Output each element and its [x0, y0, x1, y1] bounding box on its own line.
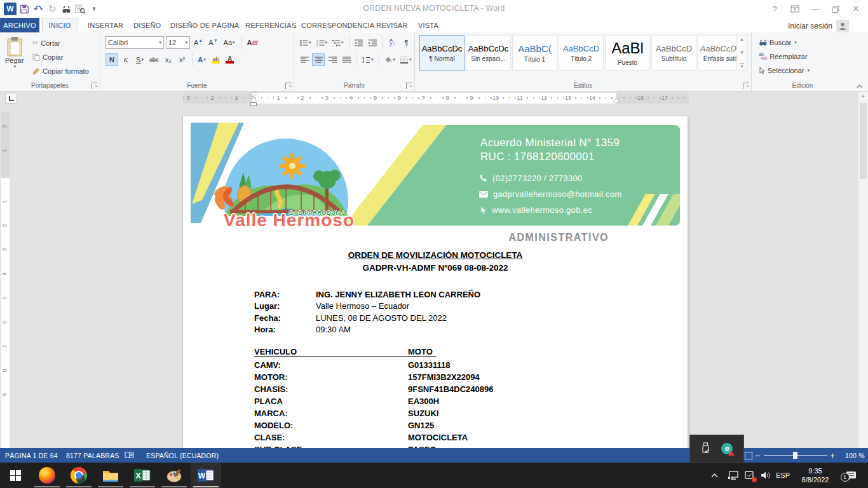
tray-language[interactable]: ESP [773, 463, 793, 488]
style-normal[interactable]: AaBbCcDc ¶ Normal [419, 35, 465, 71]
highlight-color-button[interactable]: ab [210, 53, 222, 66]
tab-vista[interactable]: VISTA [410, 18, 446, 32]
replace-button[interactable]: ab⇢ac Reemplazar [757, 50, 810, 63]
font-color-button[interactable]: A [224, 53, 236, 66]
bold-button[interactable]: N [105, 53, 118, 66]
styles-dialog-launcher[interactable]: ↘ [743, 83, 749, 89]
sign-in-label: Iniciar sesión [788, 22, 832, 30]
styles-scroll-down[interactable]: ▼ [740, 50, 744, 55]
chrome-taskbar-button[interactable] [64, 463, 94, 488]
tab-insertar[interactable]: INSERTAR [80, 18, 131, 32]
bullets-button[interactable]: ▾ [298, 36, 313, 49]
field-value: GN125 [408, 421, 434, 430]
text-effects-button[interactable]: A▾ [196, 53, 208, 66]
usb-device-icon[interactable] [701, 442, 710, 455]
collapse-ribbon-button[interactable] [857, 85, 863, 88]
clipboard-dialog-launcher[interactable]: ↘ [92, 83, 98, 89]
align-left-button[interactable] [298, 53, 311, 66]
web-layout-button[interactable] [745, 452, 752, 459]
line-spacing-button[interactable]: ▾ [360, 53, 376, 66]
zoom-level[interactable]: 100 % [845, 448, 865, 463]
superscript-button[interactable]: x² [176, 53, 189, 66]
justify-button[interactable] [340, 53, 353, 66]
align-right-button[interactable] [326, 53, 339, 66]
style-titulo-1[interactable]: AaBbC( Título 1 [512, 35, 557, 71]
zoom-out-button[interactable]: − [755, 448, 760, 463]
copy-button[interactable]: Copiar [31, 50, 65, 64]
language-indicator[interactable]: ESPAÑOL (ECUADOR) [146, 448, 219, 463]
select-button[interactable]: Seleccionar▾ [757, 64, 811, 77]
find-button[interactable]: Buscar▾ [757, 36, 799, 49]
hanging-indent-marker[interactable] [250, 98, 257, 102]
proofing-errors-icon[interactable] [125, 448, 134, 463]
zoom-in-button[interactable]: + [830, 448, 835, 463]
help-button[interactable]: ? [766, 2, 783, 16]
shading-button[interactable]: ▾ [383, 53, 398, 66]
right-indent-marker[interactable] [613, 98, 620, 102]
subscript-button[interactable]: x₂ [162, 53, 175, 66]
restore-button[interactable] [827, 2, 844, 16]
speaker-icon[interactable] [757, 463, 774, 488]
underline-button[interactable]: S▾ [133, 53, 146, 66]
minimize-button[interactable]: — [807, 2, 824, 16]
scroll-up-arrow[interactable]: ▲ [861, 93, 865, 98]
style-titulo-2[interactable]: AaBbCcD Título 2 [559, 35, 604, 71]
tab-diseno-de-pagina[interactable]: DISEÑO DE PÁGINA [163, 18, 247, 32]
decrease-indent-button[interactable] [353, 36, 365, 49]
paste-button[interactable]: Pegar ▾ [5, 36, 24, 69]
vertical-scrollbar[interactable]: ▲ [858, 92, 868, 448]
tab-revisar[interactable]: REVISAR [369, 18, 416, 32]
security-flag-icon[interactable] [741, 463, 757, 488]
style-subtitulo[interactable]: AaBbCcD Subtítulo [651, 35, 696, 71]
sign-in[interactable]: Iniciar sesión [788, 20, 849, 32]
left-indent-marker[interactable] [250, 102, 257, 106]
borders-button[interactable]: ▾ [398, 53, 414, 66]
firefox-taskbar-button[interactable] [32, 463, 62, 488]
notification-center-icon[interactable]: 1 [840, 463, 862, 488]
font-family-select[interactable]: Calibri▾ [105, 36, 164, 49]
shrink-font-button[interactable]: A▼ [207, 36, 219, 49]
document-page[interactable]: Acuerdo Ministerial N° 1359 RUC : 176812… [183, 116, 688, 448]
sort-button[interactable]: AZ↓ [386, 36, 399, 49]
network-icon[interactable] [724, 463, 741, 488]
first-line-indent-marker[interactable] [250, 93, 257, 97]
strikethrough-button[interactable]: abc [147, 53, 161, 66]
zoom-slider-thumb[interactable] [793, 452, 797, 459]
start-button[interactable] [0, 463, 31, 488]
cut-button[interactable]: ✂ Cortar [31, 36, 62, 50]
word-count[interactable]: 8177 PALABRAS [66, 448, 119, 463]
align-center-button[interactable] [312, 53, 325, 66]
close-button[interactable]: × [848, 2, 864, 16]
italic-button[interactable]: K [119, 53, 132, 66]
format-painter-button[interactable]: Copiar formato [31, 64, 91, 78]
paragraph-dialog-launcher[interactable]: ↘ [406, 83, 412, 89]
change-case-button[interactable]: Aa▾ [222, 36, 237, 49]
paint-taskbar-button[interactable] [159, 463, 189, 488]
grow-font-button[interactable]: A▲ [192, 36, 205, 49]
style-sin-espaciado[interactable]: AaBbCcDc Sin espaci... [466, 35, 511, 71]
styles-more-button[interactable]: ▼ [740, 64, 744, 69]
font-dialog-launcher[interactable]: ↘ [285, 83, 292, 89]
excel-taskbar-button[interactable]: X [127, 463, 158, 488]
tray-expand-chevron[interactable] [707, 463, 722, 488]
tray-clock[interactable]: 9:35 8/8/2022 [796, 463, 835, 488]
page-indicator[interactable]: PÁGINA 1 DE 64 [5, 448, 58, 463]
tab-stop-selector[interactable] [5, 93, 17, 104]
ruler-number: 14 [589, 95, 595, 101]
file-explorer-taskbar-button[interactable] [95, 463, 126, 488]
scrollbar-thumb[interactable] [860, 103, 867, 179]
show-marks-button[interactable]: ¶ [400, 36, 413, 49]
clear-formatting-button[interactable]: A [245, 36, 259, 49]
tab-archivo[interactable]: ARCHIVO [0, 18, 39, 32]
increase-indent-button[interactable] [367, 36, 379, 49]
ribbon: Pegar ▾ ✂ Cortar Copiar Copiar formato P… [0, 32, 868, 92]
numbering-button[interactable]: 123▾ [315, 36, 330, 49]
multilevel-list-button[interactable]: ▾ [330, 36, 346, 49]
font-size-select[interactable]: 12▾ [166, 36, 190, 49]
antivirus-icon[interactable]: e [721, 443, 733, 454]
word-taskbar-button[interactable]: W [191, 463, 221, 488]
style-puesto[interactable]: AaBl Puesto [605, 35, 650, 71]
tab-inicio[interactable]: INICIO [42, 18, 78, 32]
ribbon-display-options-button[interactable] [787, 2, 803, 16]
styles-scroll-up[interactable]: ▲ [740, 37, 744, 41]
